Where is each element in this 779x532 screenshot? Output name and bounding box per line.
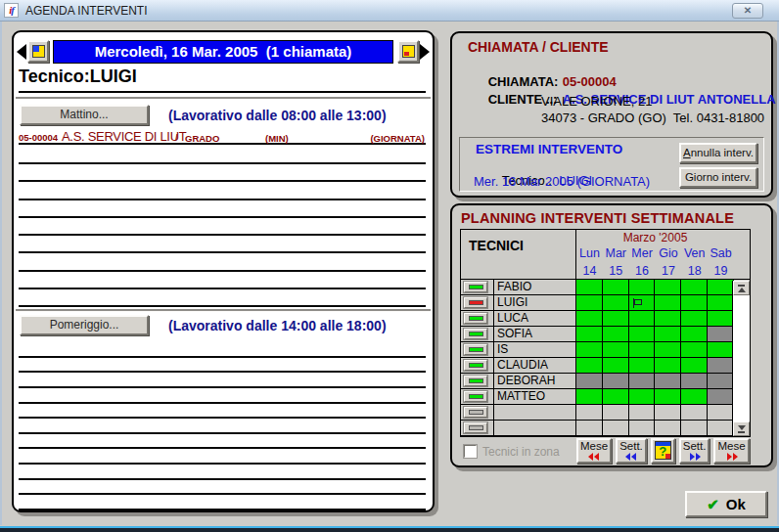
planning-day-cell[interactable] xyxy=(708,374,734,389)
previous-day-calendar-button[interactable] xyxy=(27,40,49,63)
planning-day-cell[interactable] xyxy=(603,295,629,311)
planning-day-cell[interactable] xyxy=(655,358,681,374)
technician-status-button[interactable] xyxy=(464,329,487,339)
technician-name-cell[interactable]: IS xyxy=(494,342,576,358)
planning-day-cell[interactable] xyxy=(708,327,734,342)
planning-day-cell[interactable] xyxy=(629,374,656,389)
planning-day-cell[interactable] xyxy=(655,295,681,311)
planning-day-cell[interactable] xyxy=(576,342,603,358)
planning-day-cell[interactable] xyxy=(576,374,603,389)
planning-day-cell[interactable] xyxy=(655,327,681,342)
planning-day-cell[interactable] xyxy=(603,389,629,405)
tecnici-in-zona-checkbox[interactable] xyxy=(464,445,477,458)
planning-day-cell[interactable] xyxy=(708,311,734,327)
giorno-interv-button[interactable]: Giorno interv. xyxy=(679,167,757,188)
scroll-down-icon[interactable] xyxy=(733,421,750,436)
close-icon[interactable]: ✕ xyxy=(732,3,763,19)
planning-day-cell[interactable] xyxy=(576,327,603,342)
planning-day-cell[interactable] xyxy=(681,358,708,374)
planning-day-cell[interactable] xyxy=(708,280,734,295)
technician-status-button[interactable] xyxy=(464,344,487,355)
next-month-button[interactable]: Mese xyxy=(713,438,749,464)
next-day-calendar-button[interactable] xyxy=(397,40,419,63)
prev-month-button[interactable]: Mese xyxy=(576,438,612,464)
planning-day-cell[interactable] xyxy=(708,389,734,405)
planning-day-cell[interactable] xyxy=(681,405,708,421)
planning-day-cell[interactable] xyxy=(603,374,629,389)
titlebar[interactable]: if AGENDA INTERVENTI ✕ xyxy=(0,0,779,22)
planning-day-cell[interactable] xyxy=(655,311,681,327)
planning-day-cell[interactable] xyxy=(603,311,629,327)
technician-status-button[interactable] xyxy=(464,297,487,308)
technician-status-button[interactable] xyxy=(464,422,487,433)
technician-name-cell[interactable]: LUIGI xyxy=(494,295,576,311)
technician-status-button[interactable] xyxy=(464,282,487,292)
planning-day-cell[interactable] xyxy=(655,405,681,421)
planning-day-cell[interactable] xyxy=(708,358,734,374)
planning-day-cell[interactable] xyxy=(576,389,603,405)
planning-day-cell[interactable] xyxy=(603,421,629,436)
technician-status-button[interactable] xyxy=(464,376,487,386)
planning-day-cell[interactable] xyxy=(629,311,656,327)
technician-name-cell[interactable]: DEBORAH xyxy=(494,374,576,389)
ok-button[interactable]: ✔ Ok xyxy=(685,491,767,517)
planning-day-cell[interactable] xyxy=(655,389,681,405)
planning-day-cell[interactable] xyxy=(708,295,734,311)
planning-day-cell[interactable] xyxy=(681,342,708,358)
planning-day-cell[interactable] xyxy=(708,405,734,421)
planning-scrollbar[interactable] xyxy=(732,281,750,436)
technician-name-cell[interactable] xyxy=(494,405,576,421)
planning-day-cell[interactable] xyxy=(603,327,629,342)
goto-date-button[interactable]: ? xyxy=(651,438,675,464)
prev-week-button[interactable]: Sett. xyxy=(616,438,647,464)
planning-day-cell[interactable] xyxy=(708,421,734,436)
technician-name-cell[interactable]: CLAUDIA xyxy=(494,358,576,374)
pomeriggio-button[interactable]: Pomeriggio... xyxy=(20,315,149,335)
mattino-button[interactable]: Mattino... xyxy=(20,105,149,125)
planning-day-cell[interactable] xyxy=(681,389,708,405)
planning-day-cell[interactable] xyxy=(576,280,603,295)
planning-day-cell[interactable] xyxy=(576,358,603,374)
technician-name-cell[interactable]: FABIO xyxy=(494,280,576,295)
technician-name-cell[interactable]: MATTEO xyxy=(494,389,576,405)
planning-day-cell[interactable] xyxy=(629,280,656,295)
technician-name-cell[interactable]: LUCA xyxy=(494,311,576,327)
planning-day-cell[interactable] xyxy=(655,342,681,358)
planning-day-cell[interactable] xyxy=(655,374,681,389)
planning-day-cell[interactable] xyxy=(629,342,656,358)
planning-day-cell[interactable] xyxy=(655,280,681,295)
planning-day-cell[interactable] xyxy=(681,311,708,327)
planning-day-cell[interactable] xyxy=(603,405,629,421)
technician-name-cell[interactable]: SOFIA xyxy=(494,327,576,342)
planning-day-cell[interactable] xyxy=(603,358,629,374)
annulla-interv-button[interactable]: Annulla interv. xyxy=(679,143,757,163)
planning-day-cell[interactable] xyxy=(681,327,708,342)
planning-day-cell[interactable] xyxy=(655,421,681,436)
planning-day-cell[interactable] xyxy=(681,374,708,389)
previous-day-arrow-icon[interactable] xyxy=(17,44,26,60)
planning-day-cell[interactable] xyxy=(708,342,734,358)
intervention-entry-row[interactable]: 05-00004 A.S. SERVICE DI LIUT / GRADO (M… xyxy=(19,129,426,145)
planning-day-cell[interactable] xyxy=(576,311,603,327)
technician-status-button[interactable] xyxy=(464,313,487,324)
planning-day-cell[interactable] xyxy=(629,405,656,421)
planning-day-cell[interactable] xyxy=(681,280,708,295)
scroll-up-icon[interactable] xyxy=(733,281,750,295)
technician-status-button[interactable] xyxy=(464,391,487,402)
planning-day-cell[interactable] xyxy=(629,389,656,405)
planning-day-cell[interactable] xyxy=(603,280,629,295)
technician-status-button[interactable] xyxy=(464,360,487,371)
planning-day-cell[interactable] xyxy=(576,421,603,436)
planning-day-cell[interactable] xyxy=(576,295,603,311)
technician-status-button[interactable] xyxy=(464,407,487,418)
planning-day-cell[interactable] xyxy=(629,327,656,342)
planning-day-cell[interactable] xyxy=(629,358,656,374)
technician-name-cell[interactable] xyxy=(494,421,576,436)
planning-day-cell[interactable] xyxy=(576,405,603,421)
planning-day-cell[interactable] xyxy=(681,295,708,311)
planning-day-cell[interactable] xyxy=(603,342,629,358)
planning-day-cell[interactable] xyxy=(629,421,656,436)
planning-day-cell[interactable] xyxy=(681,421,708,436)
next-week-button[interactable]: Sett. xyxy=(679,438,710,464)
planning-day-cell[interactable] xyxy=(629,295,656,311)
